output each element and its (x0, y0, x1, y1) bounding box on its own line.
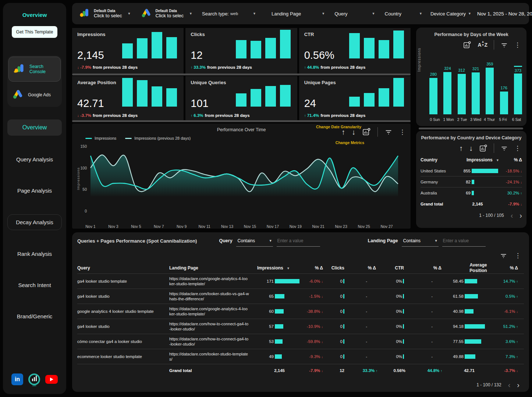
bar-chart-plot[interactable]: 280 324 312 321 359 176 373 (429, 61, 523, 114)
linkedin-icon[interactable]: in (11, 373, 23, 385)
next-page-icon[interactable]: › (519, 213, 522, 218)
filter-icon[interactable] (500, 41, 508, 49)
chart-settings-icon[interactable] (362, 128, 371, 136)
column-header-avg-position[interactable]: Average Position (467, 262, 492, 273)
filter-icon[interactable] (500, 252, 507, 260)
data-source-group: Search Console Google Ads (7, 56, 62, 107)
get-template-button[interactable]: Get This Template (12, 26, 58, 38)
column-header-clicks[interactable]: Clicks (325, 265, 351, 271)
sidebar-footer: in (7, 373, 62, 387)
more-vert-icon[interactable]: ⋮ (399, 128, 405, 136)
scorecard-average-position[interactable]: Average Position42.71↓-3.7%from previous… (72, 76, 184, 122)
more-vert-icon[interactable]: ⋮ (514, 41, 521, 49)
landing-page-filter-input[interactable] (442, 236, 486, 247)
move-up-icon[interactable]: ↑ (459, 144, 463, 153)
landing-page-operator-select[interactable]: Contains▼ (402, 236, 439, 247)
line-chart-plot[interactable]: 150100500Nov 1Nov 3Nov 5Nov 7Nov 9Nov 11… (75, 143, 406, 232)
table-row[interactable]: google analytics 4 looker studio templat… (77, 304, 524, 319)
more-vert-icon[interactable]: ⋮ (515, 252, 521, 260)
next-page-icon[interactable]: › (517, 382, 519, 387)
sidebar-item-brand-generic[interactable]: Brand/Generic (7, 309, 62, 324)
sidebar-item-search-intent[interactable]: Search Intent (7, 278, 62, 293)
chart-title: Performance by Days of the Week (416, 28, 526, 37)
scorecard-impressions[interactable]: Impressions2,145↓-7.9%from previous 28 d… (72, 28, 184, 74)
sidebar-item-rank-analysis[interactable]: Rank Analysis (7, 246, 62, 261)
table-row[interactable]: ga4 looker studiohttps://dataclare.com/l… (77, 289, 524, 304)
search-type-filter[interactable]: Search type: web ▼ (202, 11, 256, 17)
table-row[interactable]: United States855-18.5% ↓ (421, 165, 522, 176)
scorecard-unique-pages[interactable]: Unique Pages24↑71.4%from previous 28 day… (299, 76, 411, 122)
chart-settings-icon[interactable] (463, 41, 471, 49)
more-vert-icon[interactable]: ⋮ (514, 144, 521, 152)
horizontal-scrollbar[interactable] (72, 74, 411, 75)
sidebar-item-query-analysis[interactable]: Query Analysis (7, 152, 62, 167)
svg-text:0: 0 (85, 209, 87, 213)
bar-6-sat[interactable]: 373 (513, 66, 523, 114)
device-category-filter[interactable]: Device Category ▼ (430, 11, 471, 17)
dataclare-logo-icon[interactable] (28, 373, 40, 385)
filter-icon[interactable] (500, 144, 508, 152)
column-header-impressions[interactable]: Impressions ▼ (255, 265, 299, 271)
date-range-picker[interactable]: Nov 1, 2025 - Nov 28, 2025 ▼ (477, 11, 532, 17)
prev-page-icon[interactable]: ‹ (508, 382, 511, 387)
bar-3-wed[interactable]: 321 (471, 67, 480, 114)
column-header-country[interactable]: Country (421, 157, 456, 162)
scorecard-unique-queries[interactable]: Unique Queries101↑6.3%from previous 28 d… (185, 76, 297, 122)
sidebar-item-google-ads[interactable]: Google Ads (7, 83, 62, 107)
column-header-pos-delta[interactable]: % Δ (492, 265, 520, 271)
search-console-icon (79, 7, 91, 20)
column-header-clicks-delta[interactable]: % Δ (351, 265, 383, 271)
table-row[interactable]: cómo conectar ga4 a looker studiohttps:/… (77, 334, 524, 349)
search-console-data-selector[interactable]: Default Data Click to selec ▼ (79, 7, 131, 20)
table-title: Queries + Pages Performance (Spot Cannib… (77, 236, 197, 244)
spark-bar (251, 41, 261, 58)
x-axis-tick: 1 Mon (442, 117, 455, 122)
pos-delta-cell: -6.1% ↓ (492, 309, 520, 314)
scorecard-clicks[interactable]: Clicks12↑33.3%from previous 28 days (185, 28, 297, 74)
bar-0-sun[interactable]: 280 (429, 72, 438, 114)
query-filter-input[interactable] (277, 236, 320, 247)
connector-title: Default Data (94, 9, 122, 13)
move-down-icon[interactable]: ↓ (469, 144, 473, 153)
table-row[interactable]: ecommerce looker studio templatehttps://… (77, 349, 524, 364)
country-filter[interactable]: Country ▼ (385, 11, 422, 17)
scorecard-sparkline (349, 78, 404, 107)
youtube-icon[interactable] (45, 375, 58, 384)
column-header-query[interactable]: Query (77, 265, 169, 271)
filter-icon[interactable] (384, 128, 393, 136)
horizontal-scrollbar[interactable] (72, 120, 411, 122)
horizontal-scrollbar[interactable] (419, 128, 523, 129)
bar-5-fri[interactable]: 176 (499, 86, 509, 114)
filter-label: Search type: (202, 11, 229, 17)
table-row[interactable]: ga4 looker studio templatehttps://datacl… (77, 273, 524, 289)
column-header-ctr-delta[interactable]: % Δ (412, 265, 445, 271)
sidebar-item-search-console[interactable]: Search Console (8, 57, 61, 82)
google-ads-data-selector[interactable]: Default Data Click to selec ▼ (141, 7, 193, 20)
scorecard-ctr[interactable]: CTR0.56%↑44.8%from previous 28 days (299, 28, 411, 74)
column-header-impressions[interactable]: Impressions ▼ (456, 157, 499, 162)
bar-2-tue[interactable]: 312 (457, 68, 467, 114)
table-row[interactable]: ga4 looker studiohttps://dataclare.com/h… (77, 319, 524, 334)
sidebar-item-page-analysis[interactable]: Page Analysis (7, 183, 62, 198)
sort-alpha-icon[interactable]: A▲▼Z (478, 42, 487, 48)
table-row[interactable]: Australia6930.2% ↑ (421, 187, 522, 198)
column-header-ctr[interactable]: CTR (383, 265, 412, 271)
imp-delta-cell: -10.9% ↓ (299, 324, 325, 329)
column-header-delta[interactable]: % Δ (499, 157, 522, 162)
table-row[interactable]: Germany82-24.1% ↓ (421, 176, 522, 187)
bar-4-thur[interactable]: 359 (485, 62, 494, 114)
sidebar-item-overview[interactable]: Overview (7, 119, 62, 136)
sidebar-item-decay-analysis[interactable]: Decay Analysis (7, 214, 62, 230)
query-operator-select[interactable]: Contains▼ (236, 236, 273, 247)
chart-settings-icon[interactable] (479, 144, 487, 153)
prev-page-icon[interactable]: ‹ (511, 213, 513, 218)
toolbar-divider (494, 40, 494, 50)
query-filter[interactable]: Query ▼ (334, 11, 375, 17)
landing-page-filter[interactable]: Landing Page ▼ (272, 11, 325, 17)
spark-bar (236, 40, 247, 58)
column-header-imp-delta[interactable]: % Δ (299, 265, 325, 271)
pos-delta-cell: 3.6% ↑ (492, 339, 520, 344)
query-cell: ga4 looker studio (77, 324, 169, 329)
bar-1-mon[interactable]: 324 (443, 66, 452, 114)
column-header-landing-page[interactable]: Landing Page (169, 265, 255, 271)
